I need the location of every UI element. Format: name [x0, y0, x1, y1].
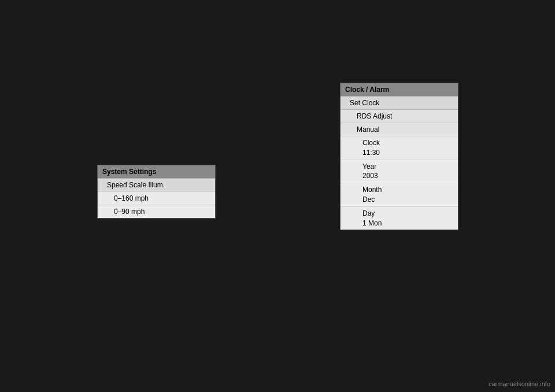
clock-month-item[interactable]: Month Dec: [341, 183, 458, 206]
clock-day-item[interactable]: Day 1 Mon: [341, 206, 458, 230]
system-settings-menu: System Settings Speed Scale Illum. 0–160…: [97, 165, 216, 219]
speed-160-item[interactable]: 0–160 mph: [98, 191, 215, 205]
rds-adjust-item[interactable]: RDS Adjust: [341, 109, 458, 123]
clock-alarm-menu: Clock / Alarm Set Clock RDS Adjust Manua…: [340, 83, 458, 230]
speed-scale-illum-item[interactable]: Speed Scale Illum.: [98, 178, 215, 191]
clock-time-item[interactable]: Clock 11:30: [341, 136, 458, 160]
system-settings-header: System Settings: [98, 165, 215, 178]
clock-year-item[interactable]: Year 2003: [341, 160, 458, 183]
page-content: System Settings Speed Scale Illum. 0–160…: [0, 0, 555, 392]
manual-item[interactable]: Manual: [341, 123, 458, 136]
speed-90-item[interactable]: 0–90 mph: [98, 205, 215, 218]
clock-alarm-header: Clock / Alarm: [341, 83, 458, 96]
set-clock-item[interactable]: Set Clock: [341, 96, 458, 109]
watermark: carmanualsonline.info: [489, 380, 550, 387]
